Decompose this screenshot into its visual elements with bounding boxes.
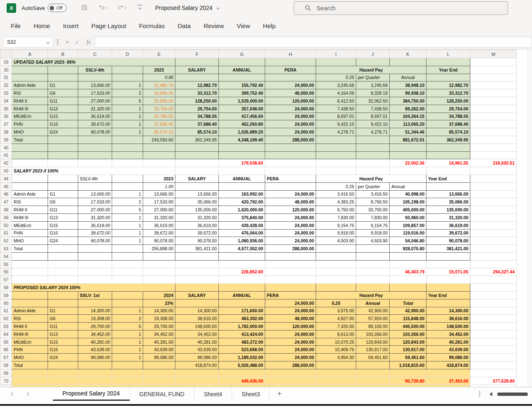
cell-J67[interactable]: 59,451.60 xyxy=(356,354,390,362)
cell-H32[interactable]: 24,000.00 xyxy=(265,81,316,89)
cell-H51[interactable]: 24,000.00 xyxy=(265,229,316,237)
cell-M52[interactable] xyxy=(470,237,517,245)
cell-E40[interactable] xyxy=(143,144,175,151)
row-header-53[interactable]: 53 xyxy=(0,245,12,253)
cell-L67[interactable]: 99,086.00 xyxy=(427,354,470,362)
row-header-65[interactable]: 65 xyxy=(0,338,12,346)
cell-D66[interactable]: 1 xyxy=(112,346,143,354)
cell-A46[interactable]: Admin Aide xyxy=(12,190,48,198)
col-header-J[interactable]: J xyxy=(356,50,390,58)
cell-D60[interactable] xyxy=(112,299,143,307)
cell-K70[interactable]: 90,739.80 xyxy=(390,377,427,385)
cell-E41[interactable] xyxy=(143,151,175,159)
cell-I54[interactable] xyxy=(316,252,356,260)
cell-F64[interactable]: 34,452.00 xyxy=(175,330,219,338)
cell-B42[interactable] xyxy=(48,159,78,167)
cell-A31[interactable] xyxy=(12,74,48,81)
cell-D42[interactable] xyxy=(112,159,143,167)
cell-A50[interactable]: MEdtEch xyxy=(12,221,48,229)
cell-B54[interactable] xyxy=(48,252,78,260)
cell-G70[interactable]: 449,436.00 xyxy=(219,377,265,385)
cell-K38[interactable]: 51,344.46 xyxy=(390,128,427,136)
cell-A60[interactable] xyxy=(12,299,48,307)
cell-D51[interactable]: 1 xyxy=(112,229,143,237)
cell-E49[interactable]: 31,320.00 xyxy=(143,213,175,221)
cell-H49[interactable]: 24,000.00 xyxy=(265,213,316,221)
col-header-D[interactable]: D xyxy=(112,50,143,58)
cell-F47[interactable]: 35,066.00 xyxy=(175,198,219,206)
cell-A64[interactable]: RHM III xyxy=(12,330,48,338)
cell-H62[interactable]: 48,000.00 xyxy=(265,315,316,323)
cell-I46[interactable]: 3,416.50 xyxy=(316,190,356,198)
row-header-50[interactable]: 50 xyxy=(0,221,12,229)
row-header-31[interactable]: 31 xyxy=(0,74,12,81)
cell-E39[interactable]: 243,093.60 xyxy=(143,136,175,144)
cell-C64[interactable]: 34,452.00 xyxy=(78,330,112,338)
cell-F62[interactable]: 38,616.00 xyxy=(175,315,219,323)
new-sheet-button[interactable]: + xyxy=(270,387,289,401)
cell-E32[interactable]: 12,982.70 xyxy=(143,81,175,89)
cell-J49[interactable]: 7,830.00 xyxy=(356,213,390,221)
cell-A69[interactable] xyxy=(12,369,48,377)
cell-J61[interactable]: 42,900.00 xyxy=(356,307,390,315)
cell-F39[interactable]: 362,349.95 xyxy=(175,136,219,144)
cell-M33[interactable] xyxy=(470,89,517,97)
cell-E30[interactable]: 2023 xyxy=(143,66,175,74)
cell-I44[interactable]: Hazard Pay xyxy=(316,175,427,182)
cell-A39[interactable]: Total xyxy=(12,136,48,144)
cell-A55[interactable] xyxy=(12,260,48,268)
cell-D63[interactable]: 5 xyxy=(112,323,143,330)
cell-G48[interactable]: 1,620,000.00 xyxy=(219,206,265,214)
cell-D55[interactable] xyxy=(112,260,143,268)
cell-I62[interactable]: 4,827.00 xyxy=(316,315,356,323)
cell-L34[interactable]: 128,250.00 xyxy=(427,97,470,105)
excel-logo-icon[interactable]: X xyxy=(7,3,16,13)
cell-B32[interactable]: G1 xyxy=(48,81,78,89)
cell-K34[interactable]: 384,750.00 xyxy=(390,97,427,105)
cell-G42[interactable]: 179,538.60 xyxy=(219,159,265,167)
cell-I38[interactable]: 4,278.71 xyxy=(316,128,356,136)
cell-G45[interactable] xyxy=(219,182,265,190)
cell-B37[interactable]: G16 xyxy=(48,120,78,128)
cell-L36[interactable]: 34,788.05 xyxy=(427,113,470,120)
cell-M55[interactable] xyxy=(470,260,517,268)
cell-F66[interactable]: 43,639.00 xyxy=(175,346,219,354)
cell-G69[interactable] xyxy=(219,369,265,377)
cell-C47[interactable]: 17,533.00 xyxy=(78,198,112,206)
cell-F51[interactable]: 39,672.00 xyxy=(175,229,219,237)
cell-F53[interactable]: 381,421.00 xyxy=(175,245,219,253)
cell-D65[interactable]: 1 xyxy=(112,338,143,346)
cell-F44[interactable]: SALARY xyxy=(175,175,219,182)
cell-B69[interactable] xyxy=(48,369,78,377)
cell-I51[interactable]: 9,918.00 xyxy=(316,229,356,237)
cell-I52[interactable]: 4,503.90 xyxy=(316,237,356,245)
search-box[interactable]: Search xyxy=(294,1,508,15)
col-header-H[interactable]: H xyxy=(265,50,316,58)
cell-G66[interactable]: 523,668.00 xyxy=(219,346,265,354)
cell-K32[interactable]: 38,948.10 xyxy=(390,81,427,89)
row-header-69[interactable]: 69 xyxy=(0,369,12,377)
cell-C40[interactable] xyxy=(78,144,112,151)
cell-E31[interactable]: 0.95 xyxy=(143,74,175,81)
cell-M32[interactable] xyxy=(470,81,517,89)
cell-B56[interactable] xyxy=(48,268,78,276)
cell-I30[interactable]: Hazard Pay xyxy=(316,66,427,74)
cell-D34[interactable]: 5 xyxy=(112,97,143,105)
name-box[interactable]: S32 xyxy=(3,37,53,48)
cell-H52[interactable]: 24,000.00 xyxy=(265,237,316,245)
cell-F50[interactable]: 36,619.00 xyxy=(175,221,219,229)
cell-H43[interactable] xyxy=(265,167,316,175)
row-header-32[interactable]: 32 xyxy=(0,81,12,89)
cell-H57[interactable] xyxy=(265,276,316,284)
cell-D38[interactable]: 1 xyxy=(112,128,143,136)
row-header-45[interactable]: 45 xyxy=(0,182,12,190)
cell-K63[interactable]: 445,500.00 xyxy=(390,323,427,330)
cell-F34[interactable]: 128,250.00 xyxy=(175,97,219,105)
cell-L50[interactable]: 36,619.00 xyxy=(427,221,470,229)
cell-K31[interactable]: Annual xyxy=(390,74,427,81)
cell-D44[interactable] xyxy=(112,175,143,182)
cell-G43[interactable] xyxy=(219,167,265,175)
cell-A37[interactable]: PHN xyxy=(12,120,48,128)
menu-tab-insert[interactable]: Insert xyxy=(63,22,79,29)
cell-B49[interactable]: G13 xyxy=(48,213,78,221)
